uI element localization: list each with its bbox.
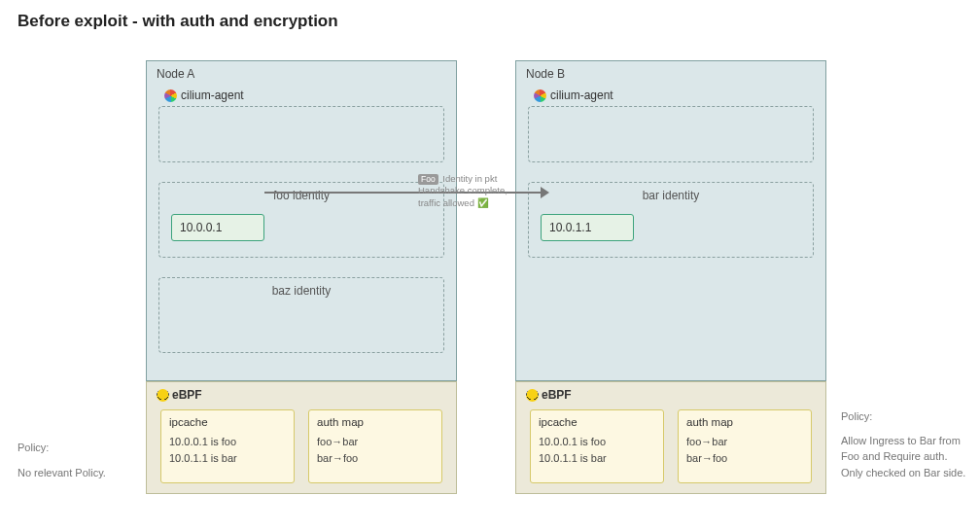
authmap-b-box: auth map foo→bar bar→foo	[678, 409, 812, 483]
ebpf-a-label: eBPF	[157, 388, 202, 402]
arrow-line1: Identity in pkt	[442, 173, 497, 184]
ipcache-b-l1: 10.0.0.1 is foo	[539, 434, 655, 450]
policy-right-l1: Allow Ingress to Bar from Foo and Requir…	[841, 433, 977, 465]
node-a-agent-label: cilium-agent	[164, 88, 244, 102]
ebpf-text: eBPF	[542, 388, 572, 402]
agent-text: cilium-agent	[550, 88, 613, 102]
ipcache-b-box: ipcache 10.0.0.1 is foo 10.0.1.1 is bar	[530, 409, 664, 483]
policy-left: Policy: No relevant Policy.	[18, 440, 106, 481]
ipcache-b-l2: 10.0.1.1 is bar	[539, 450, 655, 467]
ebpf-a-box: eBPF ipcache 10.0.0.1 is foo 10.0.1.1 is…	[146, 381, 457, 494]
diagram-title: Before exploit - with auth and encryptio…	[18, 12, 338, 31]
node-b-agent-label: cilium-agent	[534, 88, 613, 102]
foo-ip-box: 10.0.0.1	[171, 214, 264, 241]
cilium-icon	[534, 89, 546, 102]
cilium-icon	[164, 89, 177, 102]
ebpf-b-label: eBPF	[526, 388, 572, 402]
ipcache-b-title: ipcache	[539, 416, 655, 428]
node-b-title: Node B	[526, 67, 565, 81]
node-a-agent-box	[158, 106, 444, 162]
arrow-annotation: Foo Identity in pkt Handshake complete, …	[418, 173, 525, 209]
ipcache-a-title: ipcache	[169, 416, 286, 428]
bar-identity-box: bar identity 10.0.1.1	[528, 182, 814, 258]
arrow-line3: traffic allowed ✅	[418, 197, 525, 209]
ebpf-text: eBPF	[172, 388, 202, 402]
ebpf-b-box: eBPF ipcache 10.0.0.1 is foo 10.0.1.1 is…	[515, 381, 826, 494]
foo-tag: Foo	[418, 174, 438, 185]
node-a-title: Node A	[157, 67, 194, 81]
policy-left-heading: Policy:	[18, 440, 106, 457]
bee-icon	[157, 389, 169, 402]
node-a-box: Node A cilium-agent foo identity 10.0.0.…	[146, 60, 457, 381]
baz-identity-box: baz identity	[158, 277, 444, 353]
authmap-b-l2: bar→foo	[686, 450, 803, 467]
policy-left-body: No relevant Policy.	[18, 465, 106, 482]
arrow-line2: Handshake complete,	[418, 185, 525, 196]
policy-right-l2: Only checked on Bar side.	[841, 465, 977, 481]
authmap-a-box: auth map foo→bar bar→foo	[308, 409, 442, 483]
ipcache-a-l2: 10.0.1.1 is bar	[169, 450, 286, 467]
authmap-a-title: auth map	[317, 416, 434, 428]
baz-identity-label: baz identity	[159, 284, 443, 298]
agent-text: cilium-agent	[181, 88, 244, 102]
authmap-a-l1: foo→bar	[317, 434, 434, 450]
policy-right-heading: Policy:	[841, 408, 977, 425]
bar-ip-box: 10.0.1.1	[541, 214, 634, 241]
traffic-arrow-head	[541, 187, 549, 198]
bee-icon	[526, 389, 539, 402]
ipcache-a-l1: 10.0.0.1 is foo	[169, 434, 286, 450]
policy-right: Policy: Allow Ingress to Bar from Foo an…	[841, 408, 977, 480]
node-b-box: Node B cilium-agent bar identity 10.0.1.…	[515, 60, 826, 381]
node-b-agent-box	[528, 106, 814, 162]
bar-identity-label: bar identity	[529, 189, 813, 202]
ipcache-a-box: ipcache 10.0.0.1 is foo 10.0.1.1 is bar	[160, 409, 295, 483]
authmap-a-l2: bar→foo	[317, 450, 434, 467]
authmap-b-title: auth map	[686, 416, 803, 428]
authmap-b-l1: foo→bar	[686, 434, 803, 450]
